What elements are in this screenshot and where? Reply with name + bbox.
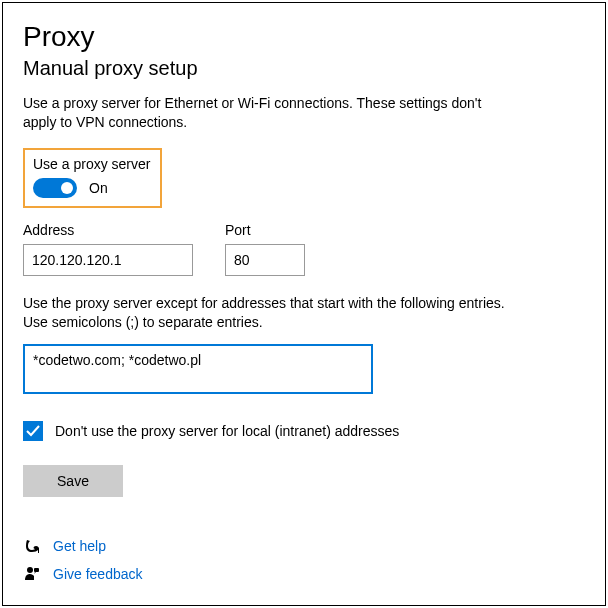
svg-rect-1: [34, 568, 39, 572]
port-label: Port: [225, 222, 305, 238]
highlight-use-proxy: Use a proxy server On: [23, 148, 162, 208]
address-input[interactable]: [23, 244, 193, 276]
address-label: Address: [23, 222, 193, 238]
get-help-link[interactable]: Get help: [53, 538, 106, 554]
section-title: Manual proxy setup: [23, 57, 585, 80]
feedback-icon: [23, 565, 41, 583]
give-feedback-link[interactable]: Give feedback: [53, 566, 143, 582]
toggle-knob: [61, 182, 73, 194]
help-icon: [23, 537, 41, 555]
local-addresses-checkbox[interactable]: [23, 421, 43, 441]
toggle-state-label: On: [89, 180, 108, 196]
exceptions-description: Use the proxy server except for addresse…: [23, 294, 523, 332]
page-title: Proxy: [23, 21, 585, 53]
use-proxy-toggle[interactable]: [33, 178, 77, 198]
checkmark-icon: [26, 424, 40, 438]
svg-point-0: [27, 567, 33, 573]
use-proxy-label: Use a proxy server: [33, 156, 150, 172]
exceptions-input[interactable]: [23, 344, 373, 394]
local-addresses-label: Don't use the proxy server for local (in…: [55, 423, 399, 439]
save-button[interactable]: Save: [23, 465, 123, 497]
description-text: Use a proxy server for Ethernet or Wi-Fi…: [23, 94, 503, 132]
port-input[interactable]: [225, 244, 305, 276]
